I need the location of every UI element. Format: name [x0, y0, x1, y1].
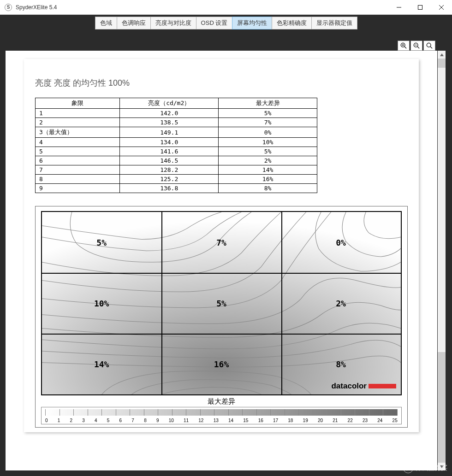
- table-row: 1142.05%: [36, 109, 317, 118]
- svg-rect-1: [418, 5, 422, 9]
- legend-tick: 4: [95, 418, 97, 423]
- legend-tick: 9: [156, 418, 159, 423]
- report-canvas: 亮度 亮度 的均匀性 100% 象限亮度（cd/m2）最大差异 1142.05%…: [6, 51, 437, 470]
- window-title: SpyderXElite 5.4: [16, 4, 388, 11]
- legend-tick: 7: [131, 418, 134, 423]
- svg-marker-14: [440, 53, 444, 56]
- grid-cell-label: 5%: [96, 237, 107, 247]
- scrollbar-thumb[interactable]: [438, 59, 446, 68]
- datacolor-brand: datacolor: [331, 382, 396, 391]
- scrollbar-thumb-lower[interactable]: [438, 352, 446, 463]
- chart-caption: 最大差异: [41, 397, 402, 406]
- grid-cell-label: 8%: [336, 359, 346, 369]
- legend-tick: 15: [243, 418, 248, 423]
- svg-point-11: [427, 43, 431, 47]
- legend-tick: 11: [184, 418, 189, 423]
- legend-tick: 18: [288, 418, 293, 423]
- legend-tick: 13: [214, 418, 219, 423]
- content-area: 色域色调响应亮度与对比度OSD 设置屏幕均匀性色彩精确度显示器额定值 亮度 亮度…: [0, 15, 452, 476]
- grid-cell-label: 14%: [94, 359, 109, 369]
- table-row: 4134.010%: [36, 138, 317, 147]
- grid-cell-label: 16%: [214, 359, 229, 369]
- legend-tick: 25: [393, 418, 398, 423]
- tab-1[interactable]: 色调响应: [117, 17, 151, 29]
- table-row: 2138.57%: [36, 118, 317, 127]
- table-header: 最大差异: [219, 98, 317, 109]
- legend-tick: 6: [119, 418, 122, 423]
- table-row: 9136.88%: [36, 184, 317, 193]
- maximize-button[interactable]: [410, 0, 431, 14]
- svg-line-5: [404, 47, 406, 48]
- grid-cell-label: 5%: [216, 299, 226, 308]
- zoom-fit-button[interactable]: [423, 41, 435, 51]
- grid-cell-label: 10%: [94, 299, 109, 308]
- zoom-toolbar: [398, 41, 435, 51]
- table-header: 象限: [36, 98, 120, 109]
- legend-tick: 21: [333, 418, 338, 423]
- tab-5[interactable]: 色彩精确度: [272, 17, 312, 29]
- watermark: 值 什么值得买: [403, 463, 447, 473]
- legend-tick: 24: [377, 418, 382, 423]
- legend-tick: 2: [70, 418, 73, 423]
- legend-tick: 1: [58, 418, 60, 423]
- vertical-scrollbar[interactable]: [438, 51, 446, 470]
- report-title: 亮度 亮度 的均匀性 100%: [35, 77, 410, 88]
- svg-line-12: [430, 47, 432, 48]
- report-page: 亮度 亮度 的均匀性 100% 象限亮度（cd/m2）最大差异 1142.05%…: [24, 59, 419, 432]
- tab-4[interactable]: 屏幕均匀性: [232, 17, 272, 29]
- legend-tick: 14: [228, 418, 233, 423]
- grid-cell-label: 2%: [336, 299, 346, 308]
- grid-cell-label: 7%: [216, 237, 226, 247]
- tab-bar: 色域色调响应亮度与对比度OSD 设置屏幕均匀性色彩精确度显示器额定值: [0, 15, 452, 29]
- tab-2[interactable]: 亮度与对比度: [150, 17, 196, 29]
- legend-tick: 22: [348, 418, 353, 423]
- app-icon: S: [5, 4, 12, 11]
- uniformity-table: 象限亮度（cd/m2）最大差异 1142.05%2138.57%3（最大值）14…: [35, 98, 317, 193]
- scroll-up-icon[interactable]: [438, 51, 446, 59]
- uniformity-chart: datacolor 5%7%0%10%5%2%14%16%8% 最大差异 012…: [35, 206, 408, 428]
- legend-tick: 20: [318, 418, 323, 423]
- legend-tick: 12: [198, 418, 203, 423]
- legend-tick: 0: [45, 418, 48, 423]
- table-row: 5141.65%: [36, 147, 317, 156]
- color-legend: 0123456789101112131415161718192021222324…: [41, 407, 402, 424]
- svg-line-9: [417, 47, 419, 48]
- table-row: 7128.214%: [36, 165, 317, 175]
- table-row: 8125.216%: [36, 175, 317, 184]
- legend-tick: 10: [169, 418, 174, 423]
- grid-cell-label: 0%: [336, 237, 346, 247]
- legend-tick: 17: [273, 418, 278, 423]
- uniformity-heatmap: datacolor 5%7%0%10%5%2%14%16%8%: [41, 211, 402, 395]
- zoom-out-button[interactable]: [410, 41, 422, 51]
- legend-tick: 3: [82, 418, 85, 423]
- minimize-button[interactable]: [388, 0, 410, 14]
- table-row: 6146.52%: [36, 156, 317, 165]
- window-titlebar: S SpyderXElite 5.4: [0, 0, 452, 15]
- tab-0[interactable]: 色域: [95, 17, 117, 29]
- zoom-in-button[interactable]: [398, 41, 410, 51]
- legend-tick: 19: [303, 418, 308, 423]
- tab-3[interactable]: OSD 设置: [196, 17, 233, 29]
- legend-tick: 23: [363, 418, 368, 423]
- legend-tick: 16: [258, 418, 263, 423]
- close-button[interactable]: [431, 0, 452, 14]
- tab-6[interactable]: 显示器额定值: [311, 17, 357, 29]
- table-row: 3（最大值）149.10%: [36, 127, 317, 138]
- legend-tick: 5: [107, 418, 110, 423]
- legend-tick: 8: [144, 418, 147, 423]
- table-header: 亮度（cd/m2）: [120, 98, 219, 109]
